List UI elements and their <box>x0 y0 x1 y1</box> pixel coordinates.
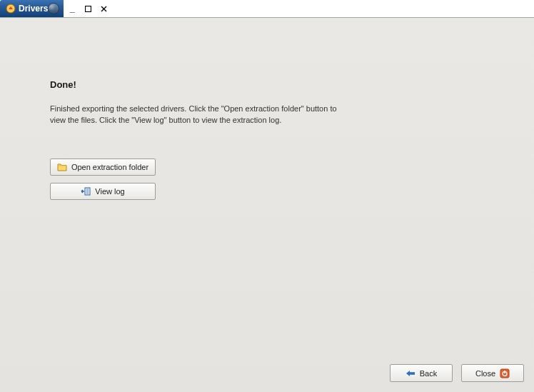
app-icon <box>6 4 16 14</box>
back-label: Back <box>420 369 437 378</box>
titlebar: Drivers <box>0 0 64 17</box>
svg-rect-1 <box>85 6 91 11</box>
content-area: Done! Finished exporting the selected dr… <box>0 17 534 392</box>
window-controls: _ <box>64 0 112 17</box>
minimize-button[interactable]: _ <box>68 4 76 13</box>
back-button[interactable]: Back <box>390 364 453 382</box>
close-power-icon <box>500 368 510 378</box>
svg-rect-3 <box>409 372 415 375</box>
svg-rect-6 <box>504 371 505 373</box>
svg-rect-2 <box>85 188 90 195</box>
close-window-button[interactable] <box>99 4 108 13</box>
close-label: Close <box>475 369 495 378</box>
close-button[interactable]: Close <box>461 364 524 382</box>
orb-icon <box>48 3 59 14</box>
body-text: Finished exporting the selected drivers.… <box>50 103 343 126</box>
open-extraction-folder-button[interactable]: Open extraction folder <box>50 159 156 176</box>
back-arrow-icon <box>405 370 415 377</box>
view-log-label: View log <box>95 187 124 196</box>
open-extraction-folder-label: Open extraction folder <box>71 163 148 171</box>
page-title: Done! <box>50 79 491 90</box>
view-log-button[interactable]: View log <box>50 183 156 200</box>
log-icon <box>81 187 91 196</box>
folder-icon <box>57 163 67 171</box>
maximize-button[interactable] <box>84 4 92 13</box>
window-title: Drivers <box>19 4 48 14</box>
